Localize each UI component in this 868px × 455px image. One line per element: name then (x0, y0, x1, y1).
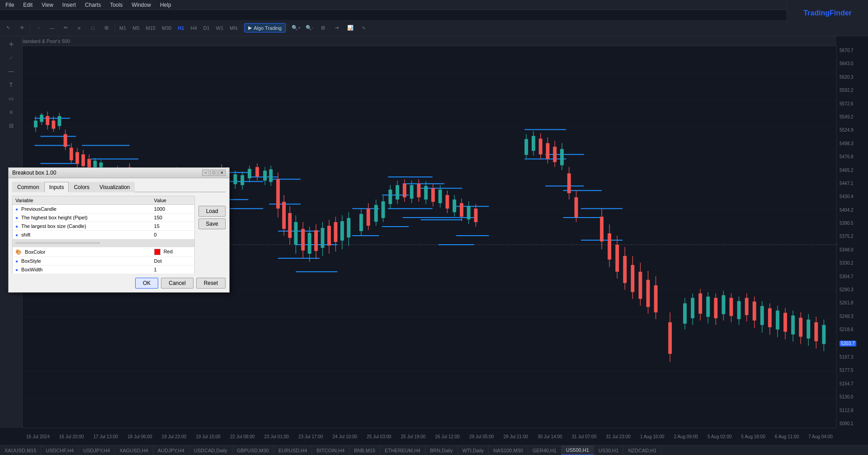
time-label-5: 19 Jul 15:00 (196, 434, 221, 439)
row-var-2: ● The largest box size (Candle) (13, 222, 151, 231)
price-level-25: 5154.7 (840, 381, 856, 386)
chart-type-tool[interactable]: 📊 (344, 22, 357, 34)
svg-rect-69 (58, 116, 61, 126)
price-level-8: 5498.3 (840, 141, 856, 146)
tab-us30-h1[interactable]: US30,H1 (594, 446, 624, 455)
price-level-18: 5304.7 (840, 274, 856, 279)
menu-help[interactable]: Help (158, 1, 173, 9)
dialog-tab-inputs[interactable]: Inputs (44, 182, 69, 192)
save-button[interactable]: Save (198, 218, 226, 229)
rect-left[interactable]: ▭ (4, 92, 19, 105)
tab-nas100-m30[interactable]: NAS100,M30 (489, 446, 528, 455)
line-left[interactable]: ⟋ (4, 52, 19, 64)
tf-m1[interactable]: M1 (117, 23, 129, 33)
tab-wti-daily[interactable]: WTI,Daily (458, 446, 489, 455)
ok-button[interactable]: OK (135, 278, 158, 289)
tf-h4[interactable]: H4 (188, 23, 199, 33)
dialog-maximize[interactable]: □ (210, 170, 217, 176)
tab-nzdcad-h1[interactable]: NZDCAD,H1 (623, 446, 661, 455)
tab-ger40-h1[interactable]: GER40,H1 (528, 446, 561, 455)
tab-ethereum-h4[interactable]: ETHEREUM,H4 (380, 446, 425, 455)
tf-h1[interactable]: H1 (175, 23, 187, 33)
algo-trading-button[interactable]: ▶ Algo Trading (244, 23, 286, 33)
tf-mn[interactable]: MN (227, 23, 240, 33)
row-val-7[interactable]: 1 (151, 265, 195, 274)
tab-eurusd-h4[interactable]: EURUSD,H4 (274, 446, 312, 455)
menu-tools[interactable]: Tools (108, 1, 124, 9)
tab-bitcoin-h4[interactable]: BITCOIN,H4 (312, 446, 349, 455)
dialog-titlebar[interactable]: Breakout box 1.00 − □ ✕ (9, 168, 229, 178)
dialog-tab-colors[interactable]: Colors (69, 182, 94, 192)
svg-rect-215 (646, 280, 650, 307)
menu-charts[interactable]: Charts (83, 1, 103, 9)
row-val-5[interactable]: Red (151, 247, 195, 257)
inputs-table: Variable Value ● PreviousCandle 1000 (12, 196, 195, 274)
menu-insert[interactable]: Insert (61, 1, 78, 9)
indicator-tool[interactable]: ∿ (358, 22, 370, 34)
fib-tool[interactable]: ⊞ (100, 22, 113, 34)
tf-m30[interactable]: M30 (159, 23, 174, 33)
dialog-tab-visualization[interactable]: Visualization (94, 182, 135, 192)
price-level-22: 5218.6 (840, 327, 856, 332)
dialog-close[interactable]: ✕ (218, 170, 226, 176)
zoom-in-tool[interactable]: 🔍+ (290, 22, 302, 34)
menu-window[interactable]: Window (130, 1, 153, 9)
hline-tool[interactable]: — (46, 22, 58, 34)
row-val-2[interactable]: 15 (151, 222, 195, 231)
dialog-minimize[interactable]: − (202, 170, 209, 176)
tf-w1[interactable]: W1 (213, 23, 226, 33)
hline-left[interactable]: — (4, 65, 19, 78)
tf-m15[interactable]: M15 (143, 23, 158, 33)
svg-rect-231 (730, 298, 733, 316)
svg-rect-175 (439, 190, 442, 203)
color-swatch-red[interactable] (154, 249, 160, 255)
crosshair-tool[interactable]: ✛ (15, 22, 28, 34)
menu-edit[interactable]: Edit (21, 1, 34, 9)
zoom-out-tool[interactable]: 🔍- (303, 22, 316, 34)
time-label-19: 2 Aug 09:00 (674, 434, 698, 439)
grid-tool[interactable]: ⊞ (317, 22, 330, 34)
tab-us500-h1[interactable]: US500,H1 (561, 446, 594, 455)
row-var-text-1: The highest box height (Pipet) (21, 215, 88, 220)
tf-d1[interactable]: D1 (201, 23, 212, 33)
menu-view[interactable]: View (40, 1, 55, 9)
tab-xagusd-h4[interactable]: XAGUSD,H4 (115, 446, 153, 455)
row-var-text-0: PreviousCandle (21, 206, 57, 212)
tab-usdjpy-h4[interactable]: USDJPY,H4 (79, 446, 115, 455)
tab-brn-daily[interactable]: BRN,Daily (425, 446, 458, 455)
row-val-3[interactable]: 0 (151, 231, 195, 239)
tab-xauusd-m15[interactable]: XAUUSD,M15 (0, 446, 41, 455)
separator-4 (288, 24, 288, 33)
dialog-tab-common[interactable]: Common (12, 182, 44, 192)
channel-left[interactable]: ≡ (4, 106, 19, 118)
reset-button[interactable]: Reset (196, 278, 226, 289)
crosshair-left[interactable]: ✛ (4, 38, 19, 51)
row-icon-1: ● (15, 215, 18, 220)
tab-usdchf-h4[interactable]: USDCHF,H4 (41, 446, 79, 455)
shapes-tool[interactable]: □ (86, 22, 99, 34)
cancel-button[interactable]: Cancel (161, 278, 193, 289)
text-left[interactable]: T (4, 79, 19, 91)
pencil-tool[interactable]: ✏ (59, 22, 72, 34)
line-tool[interactable]: ⟋ (32, 22, 45, 34)
row-val-6[interactable]: Dot (151, 257, 195, 265)
svg-rect-177 (445, 195, 449, 209)
channel-tool[interactable]: ≡ (73, 22, 85, 34)
tab-bnb-m15[interactable]: BNB,M15 (349, 446, 380, 455)
row-val-1[interactable]: 150 (151, 213, 195, 222)
menu-file[interactable]: File (4, 1, 16, 9)
time-label-3: 18 Jul 06:00 (127, 434, 152, 439)
row-var-0: ● PreviousCandle (13, 205, 151, 213)
tab-usdcad-daily[interactable]: USDCAD,Daily (189, 446, 232, 455)
row-val-0[interactable]: 1000 (151, 205, 195, 213)
auto-scroll-tool[interactable]: ⇥ (330, 22, 343, 34)
tf-m5[interactable]: M5 (130, 23, 142, 33)
table-row: ● The highest box height (Pipet) 150 (13, 213, 195, 222)
svg-rect-205 (608, 233, 611, 260)
svg-rect-157 (374, 205, 378, 222)
tab-audjpy-h4[interactable]: AUDJPY,H4 (153, 446, 189, 455)
cursor-tool[interactable]: ↖ (2, 22, 14, 34)
load-button[interactable]: Load (198, 206, 226, 217)
fib-left[interactable]: ⊟ (4, 119, 19, 132)
tab-gbpusd-m30[interactable]: GBPUSD,M30 (232, 446, 274, 455)
